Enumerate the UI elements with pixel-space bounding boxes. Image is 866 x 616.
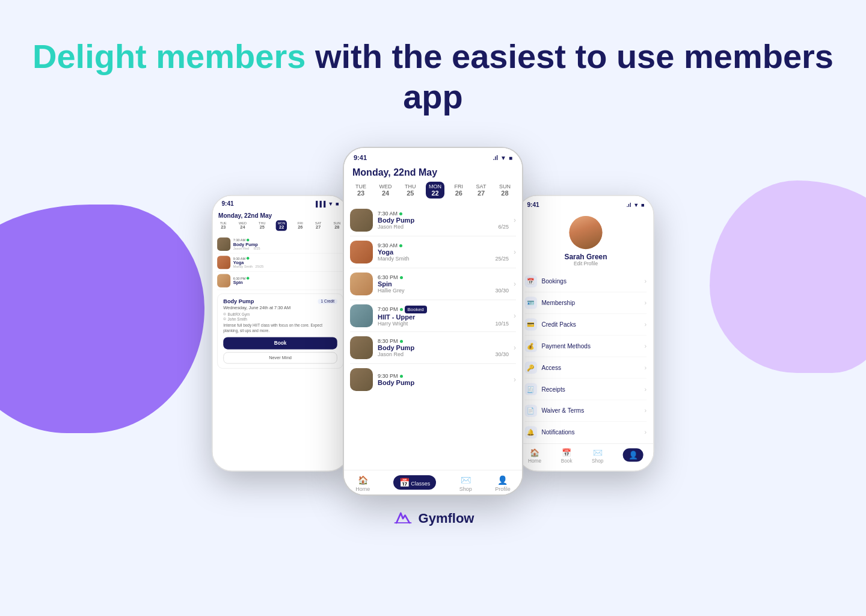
small-class-list: 7:30 AM Body Pump Jason Red 6/25 9:30 AM… bbox=[213, 236, 348, 291]
profile-avatar bbox=[569, 216, 602, 249]
day-mon[interactable]: MON22 bbox=[426, 182, 444, 199]
detail-date: Wednesday, June 24th at 7:30 AM bbox=[223, 306, 337, 310]
class-list: 7:30 AM Body Pump Jason Red6/25 › 9:30 A… bbox=[344, 205, 522, 395]
phone-back-right: 9:41 .ıl ▼ ■ Sarah Green Edit Profile 📅 bbox=[517, 195, 654, 472]
status-bar-front: 9:41 .ıl ▼ ■ bbox=[344, 148, 522, 164]
edit-profile-link[interactable]: Edit Profile bbox=[574, 261, 598, 266]
small-day-sat[interactable]: SAT27 bbox=[313, 221, 323, 231]
book-button[interactable]: Book bbox=[223, 337, 337, 349]
nav-shop[interactable]: ✉️ Shop bbox=[592, 449, 603, 469]
menu-waiver[interactable]: 📄 Waiver & Terms › bbox=[525, 401, 646, 422]
avatar bbox=[350, 241, 373, 263]
gymflow-logo-icon bbox=[392, 508, 414, 529]
arrow-icon: › bbox=[645, 364, 647, 372]
detail-gym: ⊙ BuiltRX Gym bbox=[223, 312, 337, 316]
headline: Delight members with the easiest to use … bbox=[12, 36, 854, 117]
day-thu[interactable]: THU25 bbox=[402, 182, 419, 199]
shop-icon: ✉️ bbox=[593, 449, 603, 458]
arrow-icon: › bbox=[645, 407, 647, 415]
classes-date: Monday, 22nd May bbox=[352, 167, 514, 178]
menu-notifications[interactable]: 🔔 Notifications › bbox=[525, 422, 646, 443]
small-day-sun[interactable]: SUN28 bbox=[332, 221, 342, 231]
class-detail-panel: Body Pump 1 Credit Wednesday, June 24th … bbox=[217, 294, 343, 369]
profile-screen: 9:41 .ıl ▼ ■ Sarah Green Edit Profile 📅 bbox=[518, 196, 653, 470]
arrow-icon: › bbox=[645, 386, 647, 393]
day-fri[interactable]: FRI26 bbox=[452, 182, 467, 199]
nav-shop[interactable]: ✉️ Shop bbox=[459, 475, 472, 492]
list-item: 7:30 AM Body Pump Jason Red 6/25 bbox=[217, 236, 343, 254]
menu-label-bookings: Bookings bbox=[541, 278, 640, 285]
menu-label-payment-methods: Payment Methods bbox=[541, 343, 640, 350]
avatar bbox=[350, 336, 373, 359]
booking-header: Monday, 22nd May TUE23 WED24 THU25 MON22… bbox=[213, 209, 348, 235]
arrow-icon: › bbox=[645, 299, 647, 307]
payment-methods-icon: 💰 bbox=[525, 340, 537, 352]
small-day-fri[interactable]: FRI26 bbox=[296, 221, 304, 231]
menu-label-notifications: Notifications bbox=[541, 430, 640, 436]
menu-membership[interactable]: 🪪 Membership › bbox=[525, 292, 646, 314]
bottom-nav: 🏠 Home 📅 Classes ✉️ Shop 👤 Profile bbox=[344, 470, 522, 494]
avatar bbox=[217, 238, 230, 251]
day-tue[interactable]: TUE23 bbox=[352, 182, 369, 199]
footer: Gymflow bbox=[0, 496, 866, 535]
membership-icon: 🪪 bbox=[525, 297, 537, 309]
list-item[interactable]: 7:00 PM Booked HIIT - Upper Harry Wright… bbox=[350, 300, 516, 332]
day-wed[interactable]: WED24 bbox=[376, 182, 395, 199]
menu-access[interactable]: 🔑 Access › bbox=[525, 357, 646, 379]
avatar bbox=[217, 256, 230, 270]
list-item[interactable]: 8:30 PM Body Pump Jason Red30/30 › bbox=[350, 332, 516, 364]
small-day-tue[interactable]: TUE23 bbox=[218, 221, 229, 231]
waiver-icon: 📄 bbox=[525, 405, 537, 417]
day-sun[interactable]: SUN28 bbox=[496, 182, 514, 199]
arrow-icon: › bbox=[645, 342, 647, 350]
nav-profile[interactable]: 👤 Profile bbox=[623, 449, 643, 469]
menu-label-membership: Membership bbox=[541, 300, 640, 306]
nav-profile[interactable]: 👤 Profile bbox=[495, 475, 511, 492]
list-item[interactable]: 9:30 PM Body Pump › bbox=[350, 364, 516, 395]
avatar bbox=[217, 274, 230, 288]
menu-bookings[interactable]: 📅 Bookings › bbox=[525, 271, 646, 292]
arrow-icon: › bbox=[514, 375, 516, 384]
arrow-icon: › bbox=[514, 312, 516, 320]
detail-trainer: ⊙ John Smith bbox=[223, 317, 337, 321]
footer-logo: Gymflow bbox=[392, 508, 474, 529]
home-icon: 🏠 bbox=[530, 449, 539, 458]
shop-icon: ✉️ bbox=[461, 475, 471, 485]
arrow-icon: › bbox=[645, 277, 647, 285]
detail-description: Intense full body HIIT class with focus … bbox=[223, 323, 337, 334]
header: Delight members with the easiest to use … bbox=[0, 0, 866, 141]
nav-home[interactable]: 🏠 Home bbox=[528, 449, 541, 469]
small-day-thu[interactable]: THU25 bbox=[257, 221, 267, 231]
booking-screen: 9:41 ▐▐▐ ▼ ■ Monday, 22nd May TUE23 WED2… bbox=[213, 196, 348, 470]
arrow-icon: › bbox=[645, 429, 647, 437]
detail-class-name: Body Pump bbox=[223, 298, 254, 304]
nav-home[interactable]: 🏠 Home bbox=[355, 475, 370, 492]
menu-payment-methods[interactable]: 💰 Payment Methods › bbox=[525, 336, 646, 357]
profile-icon: 👤 bbox=[628, 451, 638, 460]
profile-bottom-nav: 🏠 Home 📅 Book ✉️ Shop 👤 Profile bbox=[518, 443, 653, 470]
classes-screen: 9:41 .ıl ▼ ■ Monday, 22nd May TUE23 WED2… bbox=[344, 148, 522, 494]
arrow-icon: › bbox=[514, 280, 516, 288]
credit-packs-icon: 💳 bbox=[525, 319, 537, 331]
avatar bbox=[350, 304, 373, 327]
headline-rest: with the easiest to use members app bbox=[315, 37, 834, 116]
receipts-icon: 🧾 bbox=[525, 383, 537, 395]
list-item: 9:30 AM Yoga Mandy Smith 25/25 bbox=[217, 254, 343, 272]
nevermind-button[interactable]: Never Mind bbox=[223, 352, 337, 363]
nav-classes[interactable]: 📅 Classes bbox=[393, 475, 437, 492]
small-day-mon[interactable]: MON22 bbox=[276, 221, 287, 231]
nav-book[interactable]: 📅 Book bbox=[561, 449, 573, 469]
profile-icon: 👤 bbox=[497, 475, 508, 485]
small-day-wed[interactable]: WED24 bbox=[237, 221, 248, 231]
footer-brand-text: Gymflow bbox=[419, 511, 474, 526]
menu-credit-packs[interactable]: 💳 Credit Packs › bbox=[525, 314, 646, 336]
arrow-icon: › bbox=[514, 216, 516, 224]
list-item[interactable]: 9:30 AM Yoga Mandy Smith25/25 › bbox=[350, 236, 516, 268]
avatar bbox=[350, 368, 373, 391]
list-item[interactable]: 7:30 AM Body Pump Jason Red6/25 › bbox=[350, 205, 516, 236]
bookings-icon: 📅 bbox=[525, 276, 537, 288]
list-item[interactable]: 6:30 PM Spin Hallie Grey30/30 › bbox=[350, 268, 516, 300]
day-sat[interactable]: SAT27 bbox=[473, 182, 490, 199]
access-icon: 🔑 bbox=[525, 362, 537, 374]
menu-receipts[interactable]: 🧾 Receipts › bbox=[525, 379, 646, 401]
